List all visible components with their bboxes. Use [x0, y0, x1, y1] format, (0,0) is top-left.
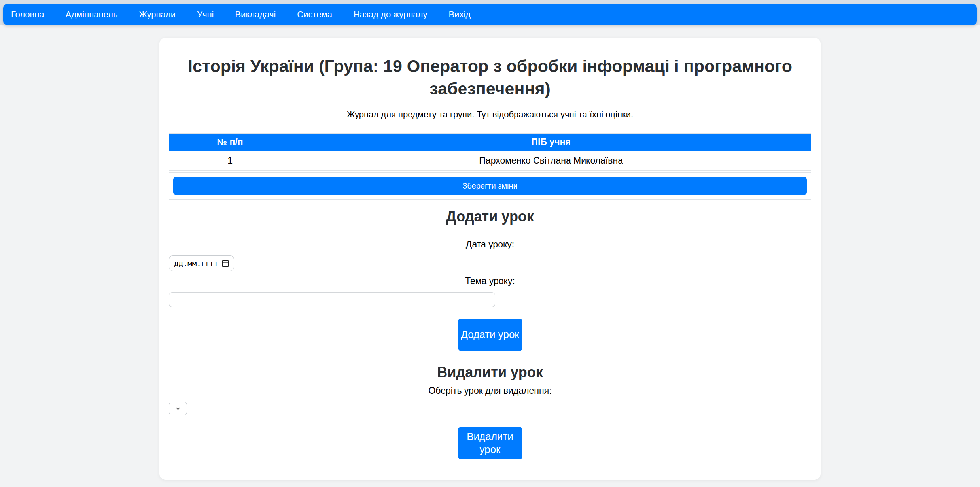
nav-item-adminpanel[interactable]: Адмінпанель: [66, 9, 118, 20]
column-header-student-name: ПІБ учня: [291, 133, 811, 151]
column-header-number: № п/п: [169, 133, 291, 151]
lesson-date-field[interactable]: [169, 255, 234, 271]
nav-item-back-to-journal[interactable]: Назад до журналу: [354, 9, 428, 20]
page-subtitle: Журнал для предмету та групи. Тут відобр…: [169, 109, 811, 120]
main-navbar: Головна Адмінпанель Журнали Учні Виклада…: [3, 4, 977, 25]
chevron-down-icon: [175, 406, 181, 411]
nav-item-teachers[interactable]: Викладачі: [235, 9, 276, 20]
nav-item-logout[interactable]: Вихід: [448, 9, 471, 20]
nav-item-journals[interactable]: Журнали: [139, 9, 176, 20]
student-number-cell: 1: [169, 151, 291, 170]
add-lesson-button[interactable]: Додати урок: [458, 319, 522, 351]
table-row: 1 Пархоменко Світлана Миколаївна: [169, 151, 811, 170]
save-changes-button[interactable]: Зберегти зміни: [173, 177, 807, 195]
lesson-select-label: Оберіть урок для видалення:: [169, 385, 811, 396]
student-name-cell: Пархоменко Світлана Миколаївна: [291, 151, 811, 170]
delete-lesson-heading: Видалити урок: [169, 364, 811, 381]
add-lesson-heading: Додати урок: [169, 208, 811, 225]
lesson-topic-label: Тема уроку:: [169, 276, 811, 287]
journal-card: Історія України (Група: 19 Оператор з об…: [159, 38, 821, 480]
calendar-icon[interactable]: [221, 259, 230, 268]
lesson-date-label: Дата уроку:: [169, 239, 811, 250]
students-table: № п/п ПІБ учня 1 Пархоменко Світлана Мик…: [169, 133, 811, 171]
browser-frame-strip: [0, 0, 980, 4]
delete-lesson-button[interactable]: Видалити урок: [458, 427, 522, 459]
nav-item-home[interactable]: Головна: [11, 9, 44, 20]
page-title: Історія України (Група: 19 Оператор з об…: [169, 55, 811, 100]
nav-item-system[interactable]: Система: [297, 9, 332, 20]
nav-item-students[interactable]: Учні: [197, 9, 214, 20]
navbar-container: Головна Адмінпанель Журнали Учні Виклада…: [0, 4, 980, 25]
lesson-topic-input[interactable]: [169, 292, 495, 307]
lesson-select-dropdown[interactable]: [169, 402, 187, 415]
lesson-date-input[interactable]: [174, 259, 221, 268]
table-header-row: № п/п ПІБ учня: [169, 133, 811, 151]
save-changes-row: Зберегти зміни: [169, 172, 811, 200]
